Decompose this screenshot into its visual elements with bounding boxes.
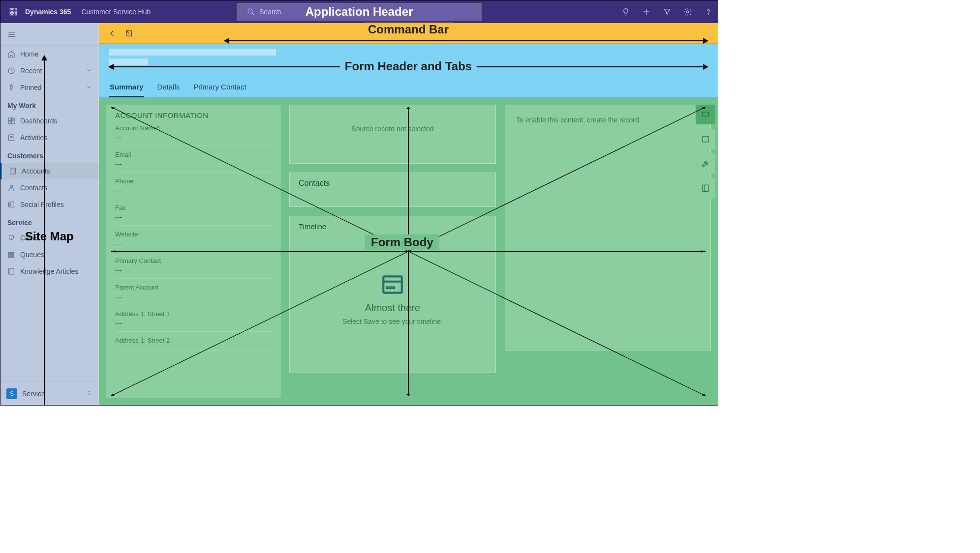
- sitemap: Home Recent Pinned My Work Dashboards Ac…: [0, 23, 99, 405]
- rail-wrench-icon[interactable]: [696, 154, 715, 174]
- account-field[interactable]: Fax---: [115, 204, 271, 226]
- form-side-rail: [693, 105, 718, 198]
- svg-rect-0: [10, 8, 11, 10]
- nav-group-customers: Customers: [0, 146, 98, 163]
- field-value: ---: [115, 187, 271, 195]
- sitemap-item-social[interactable]: Social Profiles: [0, 196, 98, 213]
- rail-panel-icon[interactable]: [696, 129, 715, 149]
- account-field[interactable]: Phone---: [115, 177, 271, 199]
- header-center: [237, 3, 482, 21]
- svg-rect-2: [15, 8, 17, 10]
- nav-group-service: Service: [0, 213, 98, 230]
- svg-rect-34: [9, 252, 14, 254]
- field-value: ---: [115, 266, 271, 274]
- field-label: Account Name*: [115, 124, 271, 132]
- annotation-formheader: Form Header and Tabs: [340, 59, 477, 73]
- sitemap-item-label: Dashboards: [20, 117, 58, 125]
- sitemap-item-dashboards[interactable]: Dashboards: [0, 113, 98, 129]
- sitemap-item-label: Contacts: [20, 184, 47, 192]
- app-name-label: Customer Service Hub: [81, 8, 151, 16]
- svg-rect-40: [383, 276, 402, 292]
- sitemap-item-label: Queues: [20, 251, 44, 259]
- svg-point-33: [10, 203, 11, 204]
- tab-summary[interactable]: Summary: [109, 78, 144, 97]
- plus-icon[interactable]: [642, 7, 651, 16]
- sitemap-item-queues[interactable]: Queues: [0, 246, 98, 263]
- sitemap-item-contacts[interactable]: Contacts: [0, 179, 98, 196]
- account-field[interactable]: Primary Contact---: [115, 257, 271, 279]
- timeline-empty-title: Almost there: [365, 302, 420, 314]
- sitemap-item-label: Home: [20, 50, 38, 58]
- field-label: Primary Contact: [115, 257, 271, 264]
- help-icon[interactable]: [704, 7, 713, 16]
- filter-icon[interactable]: [663, 7, 672, 16]
- card-timeline: Timeline Almost there Select Save to see…: [289, 216, 496, 373]
- gear-icon[interactable]: [683, 7, 692, 16]
- field-label: Phone: [115, 177, 271, 185]
- svg-rect-1: [13, 8, 14, 10]
- tab-primary-contact[interactable]: Primary Contact: [192, 78, 247, 97]
- enable-content-msg: To enable this content, create the recor…: [514, 111, 702, 129]
- svg-rect-3: [10, 11, 11, 13]
- nav-hamburger[interactable]: [0, 23, 98, 46]
- global-search[interactable]: [244, 5, 475, 19]
- back-button[interactable]: [104, 26, 121, 41]
- area-label: Service: [22, 390, 45, 398]
- waffle-icon[interactable]: [6, 7, 20, 16]
- open-in-new-icon[interactable]: [121, 26, 137, 41]
- svg-rect-8: [15, 14, 17, 15]
- svg-rect-37: [9, 268, 14, 274]
- svg-point-9: [248, 9, 252, 13]
- account-field[interactable]: Website---: [115, 231, 271, 252]
- header-placeholder-1: [109, 49, 276, 56]
- card-contacts: Contacts: [289, 173, 496, 207]
- search-input[interactable]: [255, 8, 475, 16]
- source-record-msg: Source record not selected: [299, 125, 487, 133]
- chevron-down-icon: [86, 84, 92, 92]
- sitemap-item-label: Knowledge Articles: [20, 267, 78, 275]
- svg-rect-46: [703, 136, 708, 142]
- field-value: ---: [115, 213, 271, 221]
- svg-point-14: [708, 14, 709, 15]
- contacts-title: Contacts: [299, 179, 487, 188]
- sitemap-item-pinned[interactable]: Pinned: [0, 79, 98, 96]
- account-field[interactable]: Parent Account---: [115, 284, 271, 305]
- annotation-arrow-commandbar: [224, 40, 708, 41]
- card-source-record: Source record not selected: [289, 105, 496, 164]
- header-right-icons: [621, 7, 713, 16]
- form-tabs: Summary Details Primary Contact: [109, 78, 247, 97]
- application-header: Dynamics 365 Customer Service Hub Applic…: [0, 0, 718, 23]
- area-badge: S: [6, 388, 17, 399]
- svg-rect-5: [15, 11, 17, 13]
- sitemap-item-accounts[interactable]: Accounts: [0, 163, 98, 179]
- account-field[interactable]: Account Name*---: [115, 124, 271, 146]
- account-field[interactable]: Email---: [115, 151, 271, 173]
- sitemap-item-home[interactable]: Home: [0, 46, 98, 62]
- account-field[interactable]: Address 1: Street 2: [115, 337, 271, 350]
- tab-details[interactable]: Details: [156, 78, 181, 97]
- sitemap-item-kb[interactable]: Knowledge Articles: [0, 263, 98, 280]
- svg-point-43: [390, 287, 392, 289]
- field-value: ---: [115, 293, 271, 301]
- chevron-down-icon: [86, 67, 92, 75]
- rail-assistant-icon[interactable]: [696, 105, 715, 124]
- svg-point-44: [393, 287, 395, 289]
- sitemap-item-label: Pinned: [20, 84, 42, 91]
- svg-rect-26: [10, 168, 16, 174]
- sitemap-item-recent[interactable]: Recent: [0, 62, 98, 79]
- field-label: Fax: [115, 204, 271, 211]
- sitemap-item-activities[interactable]: Activities: [0, 129, 98, 146]
- annotation-commandbar: Command Bar: [363, 23, 454, 36]
- area-switcher[interactable]: S Service: [0, 381, 98, 405]
- rail-kb-icon[interactable]: [696, 178, 715, 198]
- form-body: ACCOUNT INFORMATION Account Name*---Emai…: [99, 98, 718, 405]
- lightbulb-icon[interactable]: [621, 7, 630, 16]
- svg-rect-4: [13, 11, 14, 13]
- field-label: Email: [115, 151, 271, 158]
- sitemap-item-cases[interactable]: Cases: [0, 230, 98, 246]
- svg-point-42: [387, 287, 388, 289]
- svg-rect-19: [8, 118, 11, 120]
- section-title-account-info: ACCOUNT INFORMATION: [115, 111, 271, 119]
- command-bar: Command Bar: [99, 23, 718, 44]
- account-field[interactable]: Address 1: Street 1---: [115, 310, 271, 332]
